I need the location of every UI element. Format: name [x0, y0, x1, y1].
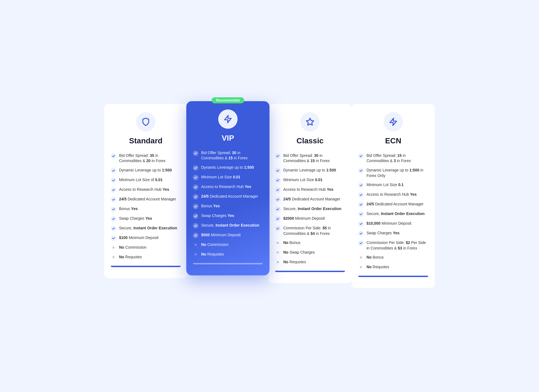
features-list-vip: Bid Offer Spread: 30 in Commodities & 15… — [193, 150, 263, 257]
feature-text: Access to Research Hub Yes — [283, 187, 333, 192]
feature-item: Swap Charges Yes — [111, 216, 181, 222]
feature-item: Minimum Lot Size 0.01 — [193, 174, 263, 180]
check-icon — [358, 240, 364, 246]
feature-text: Bonus Yes — [119, 206, 138, 212]
feature-text: No Bonus — [283, 240, 300, 246]
check-icon — [193, 213, 198, 219]
feature-text: 24/5 Dedicated Account Manager — [366, 202, 424, 207]
check-icon — [111, 235, 116, 241]
feature-item: $10,000 Minimum Deposit — [358, 221, 428, 227]
cross-icon: ✕ — [193, 242, 198, 248]
feature-item: Swap Charges Yes — [193, 213, 263, 219]
feature-item: ✕ No Requotes — [275, 259, 345, 265]
plan-title-standard: Standard — [111, 136, 181, 145]
check-icon — [275, 206, 281, 212]
feature-item: Bid Offer Spread: 35 in Commodities & 20… — [111, 153, 181, 164]
feature-item: 24/5 Dedicated Account Manager — [193, 194, 263, 200]
feature-text: No Commission — [119, 245, 147, 250]
check-icon — [358, 168, 364, 173]
feature-item: Minimum Lot Size 0.01 — [275, 177, 345, 183]
cross-icon: ✕ — [275, 240, 281, 246]
check-icon — [275, 216, 281, 222]
feature-item: Dynamic Leverage up to 1:500 — [275, 168, 345, 173]
features-list-standard: Bid Offer Spread: 35 in Commodities & 20… — [111, 153, 181, 260]
svg-marker-1 — [306, 118, 314, 125]
feature-item: Bid Offer Spread: 30 in Commodities & 15… — [193, 150, 263, 161]
features-list-classic: Bid Offer Spread: 30 in Commodities & 15… — [275, 153, 345, 265]
pricing-container: WikiFX Standard Bid Offer Spread: 35 in … — [104, 104, 435, 288]
feature-text: Minimum Lot Size of 0.01 — [119, 177, 163, 183]
feature-item: Dynamic Leverage up to 1:500 — [193, 165, 263, 171]
cross-icon: ✕ — [358, 265, 364, 270]
feature-item: Dynamic Leverage up to 1:500 in Forex On… — [358, 168, 428, 178]
plan-card-vip: RecommendedWikiFX VIP Bid Offer Spread: … — [186, 101, 270, 275]
check-icon — [111, 197, 116, 202]
feature-text: Access to Research Hub Yes — [201, 184, 251, 190]
feature-item: 24/5 Dedicated Account Manager — [358, 202, 428, 207]
check-icon — [111, 153, 116, 159]
check-icon — [275, 226, 281, 231]
bottom-bar — [275, 271, 345, 272]
recommended-badge: Recommended — [212, 97, 244, 103]
feature-text: No Commission — [201, 242, 229, 248]
feature-item: Bid Offer Spread: 15 in Commodities & 3 … — [358, 153, 428, 164]
feature-text: No Swap Charges — [283, 250, 315, 255]
feature-item: ✕ No Swap Charges — [275, 250, 345, 256]
check-icon — [358, 192, 364, 198]
check-icon — [193, 151, 198, 156]
feature-text: Commission Per Side: $5 in Commodities &… — [283, 225, 345, 236]
check-icon — [358, 231, 364, 236]
feature-text: 24/5 Dedicated Account Manager — [201, 194, 258, 199]
feature-text: Bid Offer Spread: 30 in Commodities & 15… — [283, 153, 345, 164]
feature-text: $2000 Minimum Deposit — [283, 216, 325, 221]
check-icon — [111, 178, 116, 183]
feature-item: Access to Research Hub Yes — [111, 187, 181, 193]
feature-text: No Requotes — [201, 252, 224, 257]
feature-text: No Bonus — [366, 255, 384, 260]
feature-item: $100 Minimum Deposit — [111, 235, 181, 241]
feature-text: No Requotes — [119, 254, 142, 260]
bottom-bar — [358, 276, 428, 277]
feature-item: Bonus Yes — [193, 203, 263, 209]
check-icon — [358, 182, 364, 188]
check-icon — [358, 202, 364, 207]
feature-text: Swap Charges Yes — [366, 230, 400, 236]
feature-text: Swap Charges Yes — [201, 213, 234, 219]
feature-text: Dynamic Leverage up to 1:500 in Forex On… — [366, 168, 428, 178]
cross-icon: ✕ — [111, 245, 116, 251]
check-icon — [111, 216, 116, 222]
feature-text: Minimum Lot Size 0.01 — [283, 177, 322, 183]
cross-icon: ✕ — [193, 252, 198, 257]
feature-text: $100 Minimum Deposit — [119, 235, 158, 241]
check-icon — [193, 175, 198, 180]
feature-text: $500 Minimum Deposit — [201, 232, 241, 238]
check-icon — [193, 223, 198, 229]
check-icon — [358, 211, 364, 217]
feature-text: Commission Per Side: $2 Per Side in Comm… — [366, 240, 428, 251]
feature-text: Secure, Instant Order Execution — [201, 223, 259, 228]
check-icon — [111, 206, 116, 212]
plan-title-ecn: ECN — [358, 136, 428, 145]
feature-text: Dynamic Leverage up to 1:500 — [201, 165, 254, 170]
check-icon — [193, 165, 198, 171]
feature-item: 24/5 Dedicated Account Manager — [275, 197, 345, 202]
check-icon — [193, 204, 198, 209]
check-icon — [193, 233, 198, 238]
check-icon — [275, 187, 281, 193]
feature-item: ✕ No Requotes — [193, 252, 263, 257]
plan-icon-standard — [136, 112, 155, 131]
feature-text: Minimum Lot Size 0.01 — [201, 174, 240, 180]
plan-card-standard: WikiFX Standard Bid Offer Spread: 35 in … — [104, 104, 187, 278]
svg-marker-0 — [225, 115, 231, 123]
plan-title-classic: Classic — [275, 136, 345, 145]
bottom-bar — [111, 266, 181, 267]
check-icon — [358, 153, 364, 159]
feature-text: No Requotes — [283, 259, 306, 265]
cross-icon: ✕ — [358, 255, 364, 261]
feature-item: Secure, Instant Order Execution — [358, 211, 428, 217]
check-icon — [193, 184, 198, 190]
feature-text: Dynamic Leverage up to 1:500 — [283, 168, 336, 173]
feature-text: 24/5 Dedicated Account Manager — [119, 197, 176, 202]
feature-text: Access to Research Hub Yes — [366, 192, 417, 197]
plan-card-classic: WikiFX Classic Bid Offer Spread: 30 in C… — [268, 104, 352, 283]
